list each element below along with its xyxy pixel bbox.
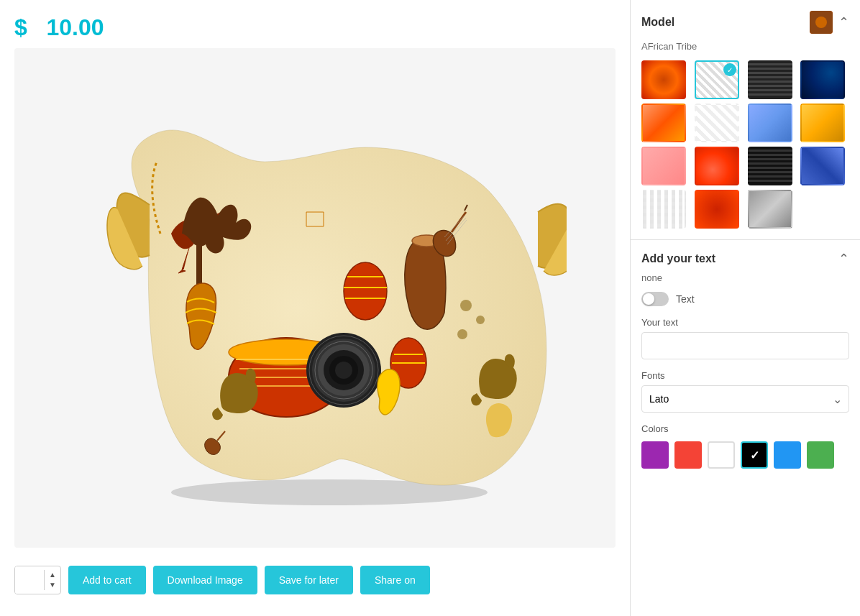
toggle-label: Text — [676, 293, 695, 305]
model-grid: ✓ — [641, 60, 849, 229]
your-text-input[interactable] — [641, 332, 849, 359]
color-swatch-blue[interactable] — [774, 441, 801, 469]
price-symbol: $ — [14, 14, 27, 40]
share-on-button[interactable]: Share on — [360, 566, 430, 594]
right-panel: Model ⌃ AFrican Tribe ✓ — [630, 0, 860, 616]
font-select[interactable]: Lato Arial Verdana Times New Roman Georg… — [641, 385, 849, 413]
model-thumb-10[interactable] — [695, 147, 739, 185]
model-thumb-4[interactable] — [800, 60, 845, 99]
model-thumb-7[interactable] — [748, 104, 792, 142]
bottom-actions-bar: 1 ▲ ▼ Add to cart Download Image Save fo… — [14, 558, 616, 602]
colors-label: Colors — [641, 423, 849, 434]
model-thumb-9[interactable] — [641, 147, 686, 185]
model-section-header: Model ⌃ — [641, 11, 849, 34]
model-thumb-14[interactable] — [695, 190, 739, 229]
model-name: AFrican Tribe — [641, 41, 849, 52]
model-thumb-8[interactable] — [800, 104, 845, 142]
fonts-label: Fonts — [641, 370, 849, 381]
model-thumb-6[interactable] — [695, 104, 739, 142]
price-amount: 10.00 — [46, 14, 104, 40]
swatch-selected-check: ✓ — [750, 449, 759, 462]
color-swatch-red[interactable] — [674, 441, 702, 469]
color-swatch-green[interactable] — [807, 441, 834, 469]
main-product-area: $ 10.00 — [0, 0, 630, 616]
add-to-cart-button[interactable]: Add to cart — [68, 566, 146, 594]
fonts-group: Fonts Lato Arial Verdana Times New Roman… — [641, 370, 849, 413]
mask-image — [14, 48, 616, 548]
your-text-label: Your text — [641, 317, 849, 328]
model-section: Model ⌃ AFrican Tribe ✓ — [631, 0, 860, 240]
font-select-wrapper: Lato Arial Verdana Times New Roman Georg… — [641, 385, 849, 413]
quantity-input[interactable]: 1 — [15, 566, 44, 594]
model-chevron-icon[interactable]: ⌃ — [838, 14, 849, 30]
quantity-arrows: ▲ ▼ — [44, 570, 60, 590]
selected-check-overlay: ✓ — [723, 63, 736, 76]
download-image-button[interactable]: Download Image — [153, 566, 257, 594]
svg-point-28 — [457, 329, 467, 339]
toggle-knob — [643, 293, 654, 305]
model-thumb-13[interactable] — [641, 190, 686, 229]
model-thumb-15[interactable] — [748, 190, 792, 229]
text-chevron-icon[interactable]: ⌃ — [838, 251, 849, 267]
model-thumb-1[interactable] — [641, 60, 686, 99]
color-swatch-purple[interactable] — [641, 441, 669, 469]
color-swatch-white[interactable] — [708, 441, 735, 469]
your-text-group: Your text — [641, 317, 849, 359]
svg-point-30 — [815, 17, 827, 28]
text-toggle[interactable] — [641, 292, 669, 306]
add-text-title: Add your text — [641, 252, 715, 265]
model-thumb-12[interactable] — [800, 147, 845, 185]
text-current-value: none — [641, 272, 849, 283]
svg-point-26 — [460, 300, 472, 311]
model-thumb-3[interactable] — [748, 60, 792, 99]
product-image-area — [14, 48, 616, 548]
svg-point-27 — [476, 316, 485, 324]
product-price: $ 10.00 — [14, 14, 616, 41]
save-for-later-button[interactable]: Save for later — [265, 566, 353, 594]
model-section-title: Model — [641, 16, 674, 29]
quantity-up-button[interactable]: ▲ — [45, 570, 60, 580]
quantity-down-button[interactable]: ▼ — [45, 580, 60, 590]
colors-group: Colors ✓ — [641, 423, 849, 469]
color-swatches: ✓ — [641, 441, 849, 469]
color-swatch-black[interactable]: ✓ — [741, 441, 768, 469]
model-thumb-11[interactable] — [748, 147, 792, 185]
model-thumb-2[interactable]: ✓ — [695, 60, 739, 99]
text-section: Add your text ⌃ none Text Your text Font… — [631, 240, 860, 490]
text-toggle-row: Text — [641, 292, 849, 306]
model-thumb-5[interactable] — [641, 104, 686, 142]
add-text-header: Add your text ⌃ — [641, 251, 849, 267]
quantity-control[interactable]: 1 ▲ ▼ — [14, 566, 61, 594]
svg-point-21 — [335, 362, 352, 379]
svg-point-8 — [344, 262, 387, 320]
